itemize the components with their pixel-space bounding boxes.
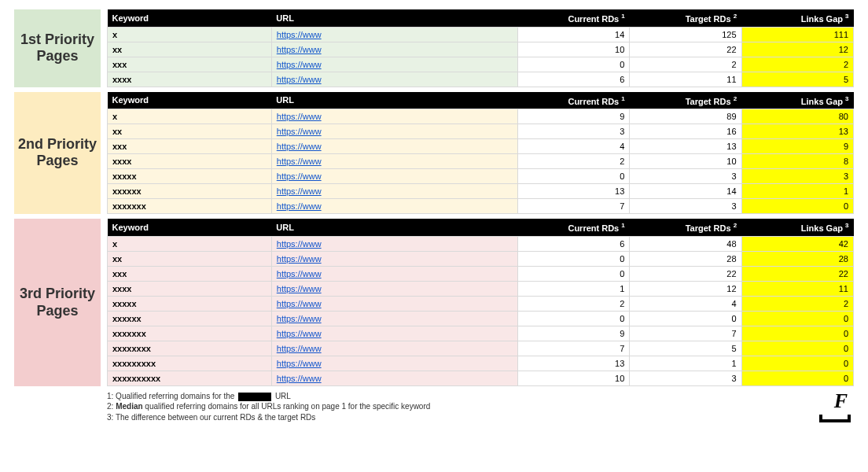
- url-link[interactable]: https://www: [277, 127, 322, 136]
- cell-target: 3: [630, 371, 741, 385]
- url-link[interactable]: https://www: [277, 284, 322, 293]
- col-current-rds-label: Current RDs: [568, 96, 619, 105]
- url-link[interactable]: https://www: [277, 157, 322, 166]
- col-target-rds-sup: 2: [734, 222, 737, 229]
- cell-url: https://www: [271, 184, 517, 199]
- table-row: xxxxxxxxhttps://www750: [108, 341, 854, 356]
- cell-url: https://www: [271, 42, 517, 57]
- url-link[interactable]: https://www: [277, 269, 322, 278]
- col-links-gap-label: Links Gap: [801, 96, 843, 105]
- cell-target: 28: [630, 251, 741, 266]
- col-target-rds-sup: 2: [734, 13, 737, 20]
- col-target-rds-label: Target RDs: [686, 14, 731, 24]
- cell-target: 12: [630, 281, 741, 296]
- priority-label: 3rd Priority Pages: [14, 219, 101, 386]
- url-link[interactable]: https://www: [277, 112, 322, 121]
- cell-current: 3: [517, 124, 629, 139]
- url-link[interactable]: https://www: [277, 239, 322, 249]
- cell-gap: 12: [741, 42, 853, 57]
- cell-gap: 5: [741, 72, 853, 87]
- table-row: xxxhttps://www02222: [108, 266, 854, 281]
- col-keyword: Keyword: [108, 219, 272, 236]
- cell-target: 3: [630, 199, 741, 214]
- url-link[interactable]: https://www: [277, 142, 322, 151]
- url-link[interactable]: https://www: [277, 374, 322, 383]
- cell-current: 7: [517, 341, 629, 356]
- url-link[interactable]: https://www: [277, 359, 322, 368]
- cell-url: https://www: [271, 281, 517, 296]
- cell-keyword: xxxxxxxx: [108, 341, 272, 356]
- table-row: xxhttps://www02828: [108, 251, 854, 266]
- url-link[interactable]: https://www: [277, 201, 322, 211]
- col-links-gap-label: Links Gap: [801, 223, 843, 233]
- url-link[interactable]: https://www: [277, 60, 322, 69]
- cell-url: https://www: [271, 169, 517, 184]
- col-keyword: Keyword: [108, 92, 272, 109]
- cell-keyword: xx: [108, 251, 272, 266]
- cell-keyword: xxxxxxx: [108, 326, 272, 341]
- url-link[interactable]: https://www: [277, 30, 322, 39]
- cell-url: https://www: [271, 154, 517, 169]
- priority-table: KeywordURLCurrent RDs 1Target RDs 2Links…: [107, 92, 854, 215]
- cell-keyword: xxxxx: [108, 296, 272, 311]
- url-link[interactable]: https://www: [277, 75, 322, 84]
- cell-url: https://www: [271, 311, 517, 326]
- priority-label: 2nd Priority Pages: [14, 92, 101, 215]
- cell-gap: 3: [741, 169, 853, 184]
- cell-gap: 9: [741, 139, 853, 154]
- col-url: URL: [271, 219, 517, 236]
- footnote-1-post: URL: [275, 392, 291, 400]
- cell-url: https://www: [271, 57, 517, 72]
- cell-keyword: xx: [108, 124, 272, 139]
- cell-current: 0: [517, 311, 629, 326]
- footnote-1-pre: 1: Qualified referring domains for the: [107, 392, 234, 400]
- url-link[interactable]: https://www: [277, 186, 322, 196]
- table-row: xxxhttps://www022: [108, 57, 854, 72]
- col-current-rds-label: Current RDs: [568, 223, 619, 233]
- priority-label: 1st Priority Pages: [14, 9, 101, 87]
- cell-keyword: x: [108, 27, 272, 42]
- url-link[interactable]: https://www: [277, 254, 322, 264]
- cell-target: 16: [630, 124, 741, 139]
- url-link[interactable]: https://www: [277, 171, 322, 181]
- cell-url: https://www: [271, 371, 517, 385]
- col-links-gap-sup: 3: [845, 95, 848, 102]
- col-current-rds: Current RDs 1: [517, 219, 629, 236]
- footnote-3: 3: The difference between our current RD…: [107, 412, 854, 423]
- cell-keyword: xxxx: [108, 72, 272, 87]
- cell-url: https://www: [271, 236, 517, 251]
- cell-gap: 0: [741, 356, 853, 371]
- cell-gap: 0: [741, 371, 853, 385]
- col-current-rds: Current RDs 1: [517, 9, 629, 27]
- cell-gap: 42: [741, 236, 853, 251]
- table-header-row: KeywordURLCurrent RDs 1Target RDs 2Links…: [108, 9, 854, 27]
- cell-url: https://www: [271, 251, 517, 266]
- logo-letter: F: [834, 389, 848, 413]
- cell-keyword: xxx: [108, 139, 272, 154]
- table-row: xxxxxxhttps://www000: [108, 311, 854, 326]
- cell-url: https://www: [271, 72, 517, 87]
- col-target-rds: Target RDs 2: [630, 92, 741, 109]
- cell-keyword: xxxxxxxxx: [108, 356, 272, 371]
- cell-target: 14: [630, 184, 741, 199]
- url-link[interactable]: https://www: [277, 45, 322, 54]
- col-links-gap-sup: 3: [845, 222, 848, 229]
- col-target-rds-sup: 2: [734, 95, 737, 102]
- col-current-rds-sup: 1: [621, 13, 624, 20]
- cell-gap: 28: [741, 251, 853, 266]
- cell-current: 4: [517, 139, 629, 154]
- col-current-rds-sup: 1: [621, 222, 624, 229]
- url-link[interactable]: https://www: [277, 329, 322, 338]
- cell-url: https://www: [271, 124, 517, 139]
- url-link[interactable]: https://www: [277, 344, 322, 353]
- cell-target: 0: [630, 311, 741, 326]
- url-link[interactable]: https://www: [277, 314, 322, 323]
- table-row: xxxxxxxxxhttps://www1310: [108, 356, 854, 371]
- cell-keyword: xxxx: [108, 281, 272, 296]
- col-current-rds: Current RDs 1: [517, 92, 629, 109]
- cell-current: 2: [517, 296, 629, 311]
- url-link[interactable]: https://www: [277, 299, 322, 308]
- table-row: xhttps://www14125111: [108, 27, 854, 42]
- cell-current: 10: [517, 42, 629, 57]
- priority-block: 3rd Priority PagesKeywordURLCurrent RDs …: [14, 219, 854, 386]
